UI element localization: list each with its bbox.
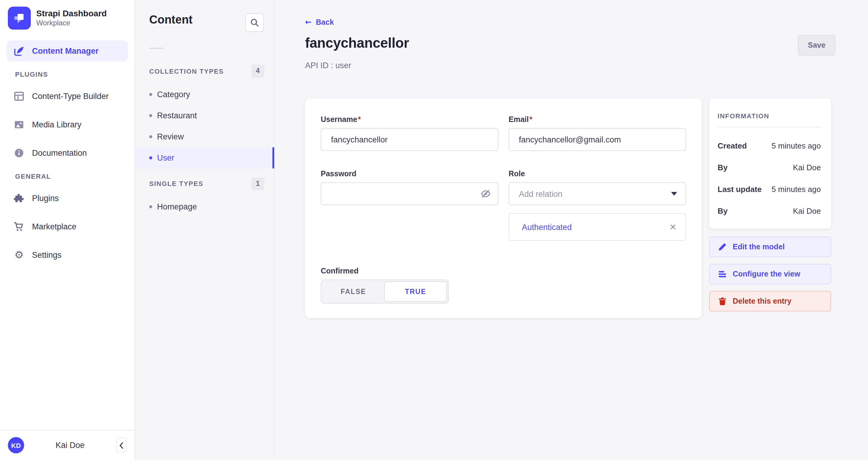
collection-types-list: Category Restaurant Review User — [135, 84, 274, 168]
nav-item-user[interactable]: User — [135, 147, 274, 168]
username-field-group: Username* — [321, 113, 498, 151]
username-label: Username* — [321, 115, 498, 124]
information-card: INFORMATION Created 5 minutes ago By Kai… — [709, 98, 831, 229]
role-field-group: Role Add relation Authenticated ✕ — [508, 168, 686, 241]
confirmed-field-group: Confirmed FALSE TRUE — [321, 265, 498, 304]
chevron-left-icon — [119, 441, 124, 449]
sidebar-item-documentation[interactable]: Documentation — [7, 142, 128, 164]
back-label: Back — [316, 18, 334, 26]
avatar[interactable]: KD — [8, 437, 24, 453]
app: Strapi Dashboard Workplace Content Manag… — [0, 0, 868, 460]
password-label: Password — [321, 170, 498, 178]
collapse-sidebar-button[interactable] — [116, 438, 127, 453]
chevron-down-icon — [671, 192, 677, 196]
cart-icon — [14, 222, 24, 232]
brand: Strapi Dashboard Workplace — [0, 0, 135, 40]
information-heading: INFORMATION — [718, 112, 821, 120]
search-button[interactable] — [245, 13, 264, 32]
sidebar-item-content-type-builder[interactable]: Content-Type Builder — [7, 86, 128, 107]
sidebar-nav: Content Manager PLUGINS Content-Type Bui… — [0, 40, 135, 273]
info-row-created: Created 5 minutes ago — [718, 141, 821, 150]
list-lines-icon — [718, 269, 727, 279]
remove-relation-button[interactable]: ✕ — [670, 223, 677, 231]
content-panel-title: Content — [149, 13, 193, 27]
divider — [718, 127, 821, 127]
confirmed-false-option[interactable]: FALSE — [322, 281, 384, 302]
divider — [149, 48, 164, 49]
api-id-subtitle: API ID : user — [305, 61, 835, 70]
role-select-placeholder: Add relation — [519, 189, 562, 198]
info-circle-icon — [14, 148, 24, 158]
sidebar-item-label: Plugins — [32, 194, 59, 203]
info-row-created-by: By Kai Doe — [718, 163, 821, 172]
search-icon — [250, 18, 259, 27]
sidebar-item-label: Settings — [32, 251, 62, 260]
feather-pen-icon — [14, 46, 24, 56]
nav-item-label: Review — [157, 132, 184, 141]
sidebar-item-label: Content-Type Builder — [32, 92, 109, 101]
single-types-list: Homepage — [135, 196, 274, 217]
nav-item-homepage[interactable]: Homepage — [135, 196, 274, 217]
nav-item-category[interactable]: Category — [135, 84, 274, 105]
sidebar-item-label: Media Library — [32, 120, 82, 129]
sidebar-item-media-library[interactable]: Media Library — [7, 114, 128, 135]
username-input[interactable] — [321, 128, 498, 151]
brand-workspace: Workplace — [36, 19, 106, 28]
email-field-group: Email* — [508, 113, 686, 151]
nav-item-label: Restaurant — [157, 111, 197, 120]
collection-types-label: COLLECTION TYPES — [149, 68, 224, 75]
single-types-count-badge: 1 — [251, 177, 265, 190]
sidebar-footer: KD Kai Doe — [0, 430, 135, 460]
trash-icon — [718, 296, 727, 306]
sidebar-item-marketplace[interactable]: Marketplace — [7, 216, 128, 237]
save-button[interactable]: Save — [798, 35, 835, 56]
image-icon — [14, 120, 24, 130]
password-input[interactable] — [321, 182, 498, 205]
sidebar-item-plugins[interactable]: Plugins — [7, 188, 128, 209]
nav-item-label: User — [157, 153, 174, 162]
brand-text: Strapi Dashboard Workplace — [36, 8, 106, 28]
role-label: Role — [508, 170, 686, 178]
role-relation-select[interactable]: Add relation — [508, 182, 686, 205]
info-row-updated-by: By Kai Doe — [718, 206, 821, 216]
required-asterisk: * — [358, 115, 361, 124]
sidebar: Strapi Dashboard Workplace Content Manag… — [0, 0, 135, 460]
gear-icon: ⚙ — [14, 250, 24, 260]
entry-aside: INFORMATION Created 5 minutes ago By Kai… — [709, 98, 831, 311]
confirmed-label: Confirmed — [321, 267, 498, 275]
nav-item-restaurant[interactable]: Restaurant — [135, 105, 274, 126]
toggle-password-visibility-button[interactable] — [480, 188, 491, 199]
collection-types-count-badge: 4 — [251, 65, 265, 77]
sidebar-section-general: GENERAL — [15, 173, 128, 180]
page-title: fancychancellor — [305, 35, 409, 51]
entry-form-card: Username* Email* Password — [305, 98, 702, 318]
sidebar-item-label: Documentation — [32, 149, 87, 158]
password-field-group: Password — [321, 168, 498, 241]
brand-name: Strapi Dashboard — [36, 8, 106, 19]
relation-authenticated-link[interactable]: Authenticated — [522, 223, 572, 231]
configure-the-view-button[interactable]: Configure the view — [709, 264, 831, 284]
puzzle-icon — [14, 193, 24, 203]
role-relation-chip: Authenticated ✕ — [508, 213, 686, 241]
confirmed-toggle: FALSE TRUE — [321, 280, 449, 304]
layout-grid-icon — [14, 91, 24, 101]
info-row-last-update: Last update 5 minutes ago — [718, 185, 821, 194]
back-link[interactable]: ← Back — [305, 18, 334, 27]
confirmed-true-option[interactable]: TRUE — [384, 281, 447, 302]
sidebar-item-content-manager[interactable]: Content Manager — [7, 40, 128, 62]
single-types-label: SINGLE TYPES — [149, 180, 203, 188]
eye-off-icon — [480, 188, 491, 199]
content-nav-panel: Content COLLECTION TYPES 4 Category Rest… — [135, 0, 275, 460]
pencil-icon — [718, 242, 727, 252]
nav-item-label: Homepage — [157, 202, 197, 211]
nav-item-review[interactable]: Review — [135, 126, 274, 147]
delete-this-entry-button[interactable]: Delete this entry — [709, 291, 831, 311]
sidebar-item-label: Marketplace — [32, 222, 76, 231]
nav-item-label: Category — [157, 90, 190, 99]
email-label: Email* — [508, 115, 686, 124]
email-input[interactable] — [508, 128, 686, 151]
sidebar-item-settings[interactable]: ⚙ Settings — [7, 244, 128, 266]
back-arrow-icon: ← — [305, 18, 312, 27]
edit-the-model-button[interactable]: Edit the model — [709, 237, 831, 257]
sidebar-section-plugins: PLUGINS — [15, 71, 128, 78]
